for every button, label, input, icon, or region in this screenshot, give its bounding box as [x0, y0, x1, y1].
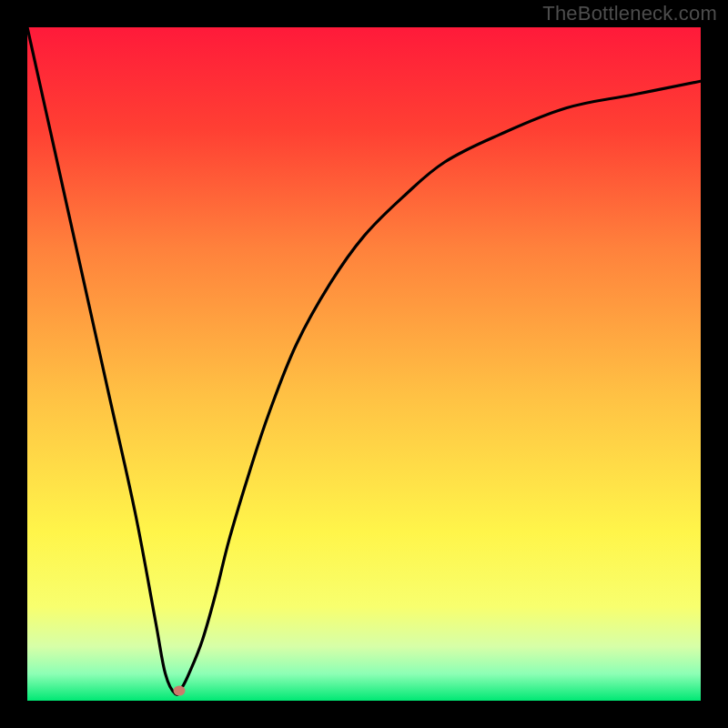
plot-area: [27, 27, 701, 701]
watermark-text: TheBottleneck.com: [542, 2, 717, 25]
bottleneck-curve: [27, 27, 701, 701]
selected-point-marker: [173, 685, 185, 695]
chart-frame: TheBottleneck.com: [0, 0, 728, 728]
